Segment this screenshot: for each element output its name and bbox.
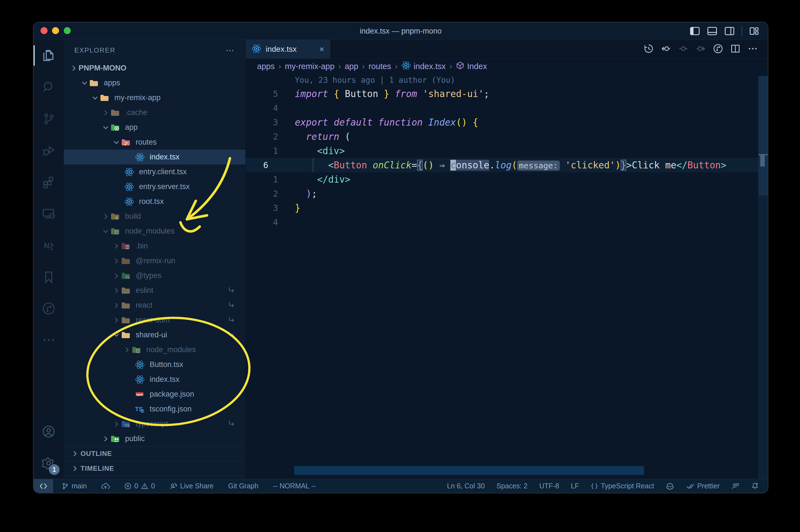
folder-node-icon: JS [111, 227, 121, 236]
code-line[interactable]: 2 ); [246, 187, 768, 201]
code-line[interactable]: 4 [246, 101, 768, 115]
tree-item-tsconfig-json[interactable]: TStsconfig.json [64, 402, 245, 417]
layout-panel-icon[interactable] [707, 26, 718, 36]
code-line[interactable]: 4 [246, 215, 768, 229]
tree-item-eslint[interactable]: eslint [64, 283, 245, 298]
breadcrumb-routes[interactable]: routes [369, 62, 391, 71]
tree-root[interactable]: PNPM-MONO [64, 61, 245, 76]
activity-run-debug[interactable] [34, 135, 63, 166]
double-check-icon [686, 482, 694, 490]
next-change-icon[interactable] [696, 44, 706, 55]
layout-sidebar-left-icon[interactable] [689, 26, 700, 36]
tree-item-entry-client-tsx[interactable]: entry.client.tsx [64, 165, 245, 179]
tree-item-entry-server-tsx[interactable]: entry.server.tsx [64, 179, 245, 194]
tree-item-my-remix-app[interactable]: my-remix-app [64, 90, 245, 105]
section-outline[interactable]: OUTLINE [64, 446, 245, 461]
tree-item-typescript[interactable]: TStypescript [64, 417, 245, 431]
status-person-feedback[interactable] [731, 482, 739, 490]
split-editor-icon[interactable] [730, 44, 740, 55]
more-actions-icon[interactable] [748, 44, 758, 55]
current-change-icon[interactable] [678, 44, 688, 55]
tree-item-root-tsx[interactable]: root.tsx [64, 194, 245, 209]
activity-remote-explorer[interactable] [34, 198, 63, 229]
status-bell[interactable] [751, 482, 759, 490]
tree-item-button-tsx[interactable]: Button.tsx [64, 357, 245, 372]
activity-source-control[interactable] [34, 103, 63, 135]
tree-item-react[interactable]: react [64, 298, 245, 313]
status-0[interactable]: 00 [124, 482, 155, 490]
status-prettier[interactable]: Prettier [686, 482, 720, 490]
code-line[interactable]: 1 <div> [246, 144, 768, 158]
status-cloud-upload[interactable] [101, 482, 110, 490]
status-copilot[interactable] [666, 482, 674, 490]
status-typescript-react[interactable]: TypeScript React [591, 482, 654, 490]
activity-more[interactable] [34, 324, 63, 356]
code-line[interactable]: 1 </div> [246, 172, 768, 187]
chevron-right-icon [122, 346, 132, 354]
tree-item--cache[interactable]: .cache [64, 105, 245, 120]
breadcrumb-my-remix-app[interactable]: my-remix-app [285, 62, 335, 71]
breadcrumb-app[interactable]: app [345, 62, 358, 71]
activity-bookmarks[interactable] [34, 261, 63, 292]
status-ln-6-col-30[interactable]: Ln 6, Col 30 [447, 482, 485, 490]
tree-item-index-tsx[interactable]: index.tsx [64, 150, 245, 165]
status-spaces-2[interactable]: Spaces: 2 [496, 482, 528, 490]
layout-sidebar-right-icon[interactable] [724, 26, 735, 36]
horizontal-scrollbar[interactable] [294, 466, 644, 475]
folder-tan-icon [121, 286, 132, 296]
remote-indicator[interactable] [34, 479, 53, 493]
tree-item-apps[interactable]: apps [64, 76, 245, 90]
tree-item-app[interactable]: app [64, 120, 245, 135]
code-editor[interactable]: You, 23 hours ago | 1 author (You) 5impo… [246, 74, 768, 479]
layout-customize-icon[interactable] [749, 26, 759, 36]
code-line[interactable]: 2 return ( [246, 130, 768, 144]
code-line[interactable]: 5import { Button } from 'shared-ui'; [246, 87, 768, 101]
tree-item-node-modules[interactable]: JSnode_modules [64, 224, 245, 239]
tree-item-public[interactable]: public [64, 431, 245, 446]
tree-item-react-dom[interactable]: react-dom [64, 313, 245, 327]
timeline-history-icon[interactable] [644, 44, 654, 55]
explorer-more-actions-button[interactable]: ⋯ [226, 45, 235, 55]
activity-search[interactable] [34, 71, 63, 103]
tree-item--types[interactable]: TS@types [64, 268, 245, 283]
tab-index-tsx[interactable]: index.tsx × [246, 40, 331, 58]
tree-item-build[interactable]: build [64, 209, 245, 224]
breadcrumb-apps[interactable]: apps [257, 62, 275, 71]
status-live-share[interactable]: Live Share [170, 482, 214, 490]
activity-explorer[interactable] [34, 40, 63, 71]
vertical-scrollbar[interactable] [758, 76, 768, 479]
close-tab-icon[interactable]: × [319, 44, 324, 54]
svg-text:01: 01 [126, 246, 129, 249]
tree-item-node-modules[interactable]: JSnode_modules [64, 342, 245, 357]
code-line[interactable]: 3} [246, 201, 768, 215]
tree-item--bin[interactable]: 01.bin [64, 239, 245, 253]
tree-item-package-json[interactable]: npmpackage.json [64, 387, 245, 402]
status-label: Git Graph [228, 482, 259, 490]
section-timeline[interactable]: TIMELINE [64, 461, 245, 476]
status-git-graph[interactable]: Git Graph [228, 482, 259, 490]
status-main[interactable]: main [61, 482, 87, 490]
tree-item--remix-run[interactable]: @remix-run [64, 253, 245, 268]
prev-change-icon[interactable] [661, 44, 671, 55]
status-utf-8[interactable]: UTF-8 [539, 482, 559, 490]
breadcrumb-separator: › [395, 62, 398, 71]
activity-nx-console[interactable]: N [34, 229, 63, 261]
symbol-module-icon [456, 61, 464, 72]
tree-item-routes[interactable]: routes [64, 135, 245, 150]
folder-tan-icon [121, 316, 132, 325]
chevron-down-icon [101, 228, 111, 235]
code-line[interactable]: 3export default function Index() { [246, 115, 768, 130]
activity-settings[interactable]: 1 [34, 447, 63, 479]
tree-item-shared-ui[interactable]: shared-ui [64, 327, 245, 342]
tree-item-index-tsx[interactable]: index.tsx [64, 372, 245, 387]
breadcrumb-index[interactable]: Index [456, 61, 487, 72]
activity-account[interactable] [34, 416, 63, 447]
activity-git-history[interactable] [34, 292, 63, 324]
status-lf[interactable]: LF [571, 482, 579, 490]
file-history-icon[interactable] [713, 44, 723, 55]
activity-extensions[interactable] [34, 166, 63, 198]
status-normal[interactable]: -- NORMAL -- [273, 482, 316, 490]
code-line-current[interactable]: 6 <Button onClick={() ⇒ console.log(mess… [246, 158, 768, 172]
code-text: ); [295, 187, 317, 201]
breadcrumb-index-tsx[interactable]: index.tsx [401, 61, 445, 72]
